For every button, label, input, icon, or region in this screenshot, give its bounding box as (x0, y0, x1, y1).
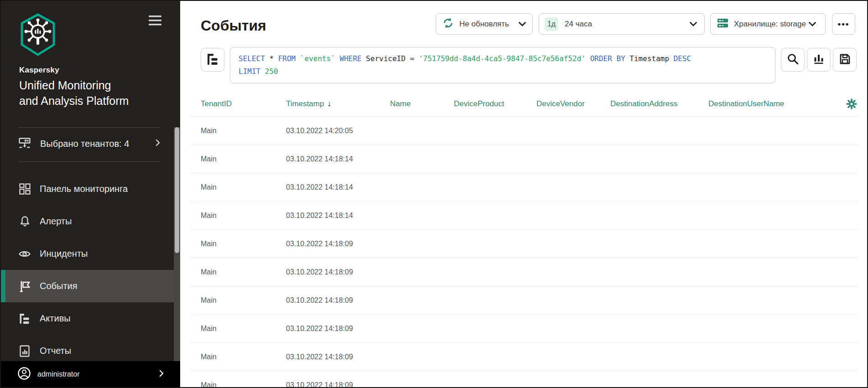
cell-Timestamp: 03.10.2022 14:18:14 (286, 183, 390, 191)
period-dropdown[interactable]: 1д 24 часа (539, 13, 705, 35)
column-header-label: DeviceProduct (454, 99, 504, 109)
cell-TenantID: Main (191, 127, 286, 135)
brand-name: Kaspersky (19, 66, 59, 75)
query-token: DESC (669, 54, 691, 63)
sidebar: Kaspersky Unified Monitoring and Analysi… (1, 1, 180, 387)
column-header-Timestamp[interactable]: Timestamp↓ (286, 99, 390, 109)
query-token: 250 (260, 67, 278, 76)
refresh-dropdown[interactable]: Не обновлять (436, 13, 533, 35)
divider (18, 127, 161, 128)
dashboard-icon (18, 183, 31, 195)
cell-Timestamp: 03.10.2022 14:18:09 (286, 353, 390, 361)
cell-TenantID: Main (191, 268, 286, 276)
cell-Timestamp: 03.10.2022 14:18:09 (286, 325, 390, 333)
cell-Timestamp: 03.10.2022 14:18:14 (286, 212, 390, 220)
table-row[interactable]: Main03.10.2022 14:18:14 (191, 202, 858, 230)
search-icon (786, 52, 799, 67)
table-header: TenantIDTimestamp↓NameDeviceProductDevic… (191, 91, 858, 117)
column-header-TenantID[interactable]: TenantID (191, 99, 286, 109)
hamburger-menu-icon[interactable] (148, 15, 163, 26)
refresh-dropdown-label: Не обновлять (459, 20, 509, 29)
report-icon (18, 345, 31, 357)
column-settings-gear-icon[interactable] (846, 98, 857, 109)
query-token: = (405, 54, 414, 63)
query-line: SELECT * FROM `events` WHERE ServiceID =… (239, 52, 767, 65)
storage-dropdown-label: Хранилище: storage (734, 20, 806, 29)
cell-TenantID: Main (191, 381, 286, 388)
sidebar-item-assets[interactable]: Активы (1, 302, 176, 335)
query-token: FROM (274, 54, 296, 63)
sidebar-scrollbar-track[interactable] (174, 127, 180, 361)
column-header-DeviceProduct[interactable]: DeviceProduct (454, 99, 536, 109)
table-row[interactable]: Main03.10.2022 14:18:09 (191, 315, 858, 343)
bar-chart-icon (813, 53, 825, 67)
storage-dropdown[interactable]: Хранилище: storage (710, 13, 826, 35)
cell-Timestamp: 03.10.2022 14:18:09 (286, 268, 390, 276)
tenant-selector[interactable]: Выбрано тенантов: 4 (1, 131, 176, 156)
sidebar-item-alerts[interactable]: Алерты (1, 205, 176, 238)
chart-view-button[interactable] (807, 48, 831, 72)
table-row[interactable]: Main03.10.2022 14:18:09 (191, 258, 858, 286)
chevron-down-icon (690, 20, 697, 29)
sidebar-item-label: События (40, 281, 78, 291)
cell-TenantID: Main (191, 296, 286, 305)
tree-icon (206, 52, 219, 67)
column-header-DestinationAddress[interactable]: DestinationAddress (610, 99, 708, 109)
search-button[interactable] (781, 48, 805, 72)
cell-Timestamp: 03.10.2022 14:18:14 (286, 155, 390, 163)
cell-TenantID: Main (191, 183, 286, 191)
table-row[interactable]: Main03.10.2022 14:18:09 (191, 286, 858, 315)
eye-icon (18, 248, 31, 260)
column-header-DeviceVendor[interactable]: DeviceVendor (536, 99, 610, 109)
chevron-right-icon (156, 139, 160, 148)
sidebar-item-incidents[interactable]: Инциденты (1, 238, 176, 270)
table-row[interactable]: Main03.10.2022 14:18:14 (191, 145, 858, 173)
save-icon (839, 53, 851, 67)
cell-Timestamp: 03.10.2022 14:18:09 (286, 381, 390, 388)
query-token: LIMIT (239, 67, 260, 76)
column-header-Name[interactable]: Name (390, 99, 454, 109)
query-token: '751759dd-8a4d-4ca5-9847-85c7e56af52d' (414, 54, 586, 63)
user-name: administrator (37, 370, 79, 378)
cell-TenantID: Main (191, 240, 286, 248)
cell-Timestamp: 03.10.2022 14:18:09 (286, 240, 390, 248)
period-badge: 1д (545, 17, 558, 31)
more-actions-button[interactable]: ••• (832, 13, 855, 35)
table-row[interactable]: Main03.10.2022 14:18:09 (191, 371, 858, 387)
column-header-label: DestinationAddress (610, 99, 677, 109)
sidebar-scrollbar-thumb[interactable] (175, 127, 179, 253)
cell-Timestamp: 03.10.2022 14:20:05 (286, 127, 390, 135)
save-query-button[interactable] (833, 48, 857, 72)
sort-desc-arrow-icon: ↓ (327, 99, 331, 109)
cell-TenantID: Main (191, 155, 286, 163)
sidebar-item-label: Отчеты (40, 346, 71, 356)
table-row[interactable]: Main03.10.2022 14:18:14 (191, 173, 858, 202)
query-builder-button[interactable] (201, 48, 224, 72)
column-header-label: Timestamp (286, 99, 324, 109)
sidebar-item-label: Активы (40, 313, 71, 324)
divider (18, 161, 161, 162)
storage-icon (717, 17, 729, 31)
sidebar-item-dashboard[interactable]: Панель мониторинга (1, 173, 176, 205)
tenant-selector-label: Выбрано тенантов: 4 (40, 139, 129, 149)
column-header-DestinationUserName[interactable]: DestinationUserName (708, 99, 827, 109)
product-name: Unified Monitoring and Analysis Platform (19, 78, 129, 109)
chevron-down-icon (519, 20, 526, 29)
user-menu[interactable]: administrator (1, 361, 180, 387)
refresh-icon (442, 17, 454, 31)
sidebar-item-events[interactable]: События (1, 270, 176, 302)
chevron-right-icon (159, 370, 164, 379)
column-header-label: Name (390, 99, 411, 109)
query-token: `events` (296, 54, 335, 63)
table-row[interactable]: Main03.10.2022 14:18:09 (191, 230, 858, 258)
query-token: BY (612, 54, 625, 63)
user-avatar-icon (17, 367, 31, 382)
sql-query-input[interactable]: SELECT * FROM `events` WHERE ServiceID =… (230, 47, 775, 83)
cell-TenantID: Main (191, 212, 286, 220)
table-row[interactable]: Main03.10.2022 14:18:09 (191, 343, 858, 371)
sidebar-item-label: Алерты (40, 216, 72, 227)
query-token: SELECT (239, 54, 265, 63)
assets-tree-icon (18, 312, 31, 325)
chevron-down-icon (809, 20, 816, 29)
table-row[interactable]: Main03.10.2022 14:20:05 (191, 117, 858, 145)
